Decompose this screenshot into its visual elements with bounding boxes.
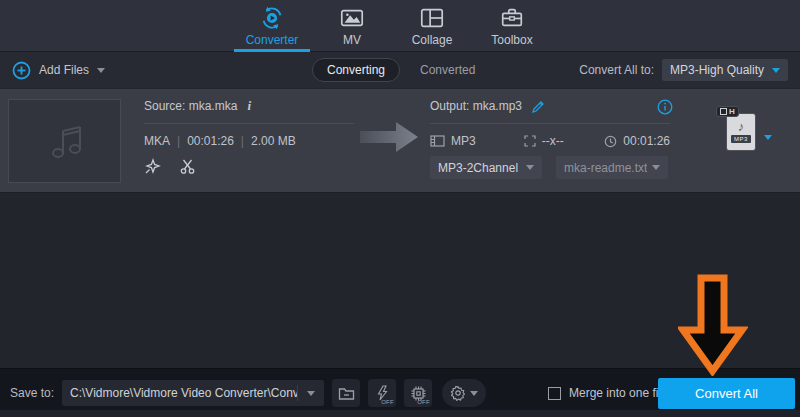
source-info-icon[interactable]: i: [247, 98, 251, 114]
music-note-icon: [42, 118, 88, 164]
settings-chevron-down-icon: [470, 391, 478, 396]
hw-accel-off-label: OFF: [381, 399, 394, 405]
note-glyph: ♪: [738, 121, 745, 133]
gpu-accel-off-label: OFF: [417, 399, 430, 405]
main-tabs: Converter MV: [232, 0, 552, 52]
cut-scissors-icon[interactable]: [179, 158, 196, 175]
file-list-area: [0, 193, 800, 368]
output-duration-text: 00:01:26: [623, 134, 670, 148]
subtitle-dropdown[interactable]: mka-readme.txt: [556, 156, 668, 179]
source-to-output-arrow-icon: [358, 119, 420, 155]
merge-group: Merge into one file: [548, 386, 668, 400]
save-path-value: C:\Vidmore\Vidmore Video Converter\Conve…: [62, 386, 297, 400]
output-format-value: MP3-High Quality: [670, 63, 764, 77]
toolbar: Add Files Converting Converted Convert A…: [0, 52, 800, 88]
output-format-dropdown[interactable]: MP3-High Quality: [662, 59, 788, 81]
add-files-chevron-down-icon[interactable]: [97, 68, 105, 73]
convert-all-to-group: Convert All to: MP3-High Quality: [579, 52, 788, 88]
tab-toolbox-label: Toolbox: [491, 33, 532, 47]
add-files-label: Add Files: [39, 63, 89, 77]
save-path-field[interactable]: C:\Vidmore\Vidmore Video Converter\Conve…: [62, 380, 324, 406]
tab-converter[interactable]: Converter: [232, 0, 312, 52]
resolution-expand-icon: [524, 135, 536, 147]
tab-converted[interactable]: Converted: [420, 63, 475, 77]
file-item-row: Source: mka.mka i MKA | 00:01:26 | 2.00 …: [0, 88, 800, 193]
output-resolution-text: --x--: [542, 134, 564, 148]
merge-checkbox[interactable]: [548, 387, 561, 400]
format-chevron-down-icon[interactable]: [764, 135, 772, 140]
collage-icon: [419, 5, 445, 31]
quality-badge: H: [716, 106, 739, 117]
film-icon: [430, 135, 445, 147]
output-info-column: Output: mka.mp3: [430, 97, 670, 179]
source-size: 2.00 MB: [251, 134, 296, 148]
converter-icon: [259, 5, 285, 31]
save-to-label: Save to:: [10, 386, 54, 400]
edit-effects-wand-icon[interactable]: [144, 158, 161, 175]
vidmore-converter-window: Converter MV: [0, 0, 800, 417]
output-format-text: MP3: [451, 134, 476, 148]
source-meta: MKA | 00:01:26 | 2.00 MB: [144, 134, 354, 148]
chevron-down-icon: [526, 165, 534, 170]
audio-profile-dropdown[interactable]: MP3-2Channel: [430, 156, 542, 179]
format-file-label: MP3: [731, 135, 751, 143]
bottom-bar: Save to: C:\Vidmore\Vidmore Video Conver…: [0, 368, 800, 417]
convert-all-button[interactable]: Convert All: [658, 378, 795, 409]
tab-toolbox[interactable]: Toolbox: [472, 0, 552, 52]
merge-label: Merge into one file: [569, 386, 668, 400]
add-files-button[interactable]: Add Files: [12, 61, 105, 80]
window-bottom-strip: [0, 410, 800, 417]
mv-icon: [339, 5, 365, 31]
source-format: MKA: [144, 134, 170, 148]
folder-icon: [338, 386, 355, 401]
source-info-column: Source: mka.mka i MKA | 00:01:26 | 2.00 …: [144, 97, 354, 175]
hardware-acceleration-button[interactable]: OFF: [368, 379, 396, 407]
output-format-file-icon[interactable]: ♪ MP3: [727, 114, 755, 150]
top-tab-bar: Converter MV: [0, 0, 800, 52]
toolbox-icon: [499, 5, 525, 31]
convert-all-to-label: Convert All to:: [579, 63, 654, 77]
open-folder-button[interactable]: [332, 379, 360, 407]
source-filename: Source: mka.mka: [144, 99, 237, 113]
tab-converter-label: Converter: [246, 33, 299, 47]
path-chevron-down-icon[interactable]: [307, 391, 315, 396]
output-filename: Output: mka.mp3: [430, 99, 522, 113]
file-thumbnail: [8, 99, 121, 183]
chevron-down-icon: [652, 165, 660, 170]
gear-icon: [450, 385, 466, 401]
rename-pencil-icon[interactable]: [531, 99, 546, 114]
tab-collage[interactable]: Collage: [392, 0, 472, 52]
chevron-down-icon: [772, 68, 780, 73]
output-meta: MP3 --x--: [430, 134, 670, 148]
output-info-icon[interactable]: [657, 99, 673, 115]
divider: [144, 123, 354, 124]
add-plus-icon: [12, 61, 31, 80]
settings-button[interactable]: [442, 379, 486, 407]
tab-converting[interactable]: Converting: [312, 58, 400, 82]
tab-mv-label: MV: [343, 33, 361, 47]
gpu-acceleration-button[interactable]: OFF: [404, 379, 432, 407]
clock-icon: [604, 135, 617, 148]
tab-mv[interactable]: MV: [312, 0, 392, 52]
queue-tabs: Converting Converted: [312, 52, 475, 88]
tab-collage-label: Collage: [412, 33, 453, 47]
source-duration: 00:01:26: [187, 134, 234, 148]
divider: [430, 123, 670, 124]
